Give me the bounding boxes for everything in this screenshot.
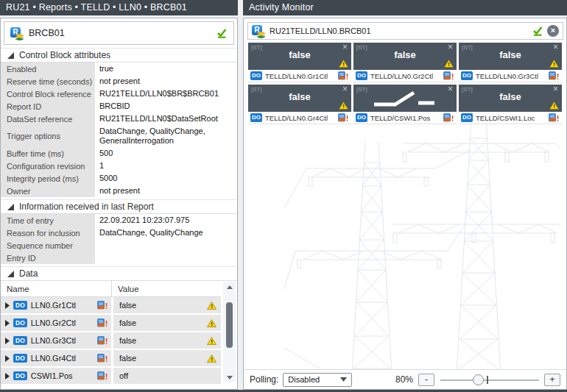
data-table-scrollbar[interactable] bbox=[223, 282, 236, 382]
reported-icon bbox=[97, 354, 108, 363]
layers-icon bbox=[257, 32, 265, 38]
section-last-report: Information received in last Report Time… bbox=[1, 199, 237, 264]
data-table-header: Name Value bbox=[1, 281, 221, 297]
activity-tile[interactable]: [ST] × false DOTELLD/LLN0.Gr1Ctl bbox=[248, 43, 351, 82]
column-header-value[interactable]: Value bbox=[111, 281, 221, 296]
quality-label: [ST] bbox=[462, 86, 473, 93]
table-row[interactable]: DOLLN0.Gr3Ctl false bbox=[1, 332, 221, 349]
attr-row: Time of entry22.09.2021 10:23:07.975 bbox=[1, 214, 237, 227]
reported-icon bbox=[549, 113, 560, 122]
activity-tile[interactable]: [ST] × DOTELLD/CSWI1.Pos bbox=[353, 85, 457, 124]
attr-row: Trigger optionsDataChange, QualityChange… bbox=[1, 125, 237, 147]
breadcrumb: RU21 • Reports • TELLD • LLN0 • BRCB01 bbox=[0, 0, 238, 15]
scroll-up-button[interactable] bbox=[223, 282, 236, 292]
close-tile-icon[interactable]: × bbox=[342, 84, 348, 94]
attr-row: Ownernot present bbox=[1, 185, 237, 197]
expand-arrow-icon[interactable] bbox=[5, 355, 10, 362]
tile-value: false bbox=[248, 43, 351, 68]
attr-row: Sequence number bbox=[1, 239, 237, 252]
polling-label: Polling: bbox=[250, 374, 278, 385]
reported-icon bbox=[338, 71, 349, 80]
quality-label: [ST] bbox=[356, 86, 367, 93]
activity-monitor-panel: Activity Monitor bbox=[243, 0, 567, 392]
attr-row: Control Block referenceRU21TELLD/LLN0$BR… bbox=[1, 88, 237, 100]
close-tile-icon[interactable]: × bbox=[448, 42, 453, 52]
activity-card-header: R RU21TELLD/LLN0.BRCB01 × bbox=[247, 22, 563, 40]
reported-icon bbox=[97, 318, 108, 327]
table-row[interactable]: DOLLN0.Gr4Ctl false bbox=[1, 350, 221, 366]
activity-tile[interactable]: [ST] × false DOTELLD/LLN0.Gr4Ctl bbox=[248, 85, 351, 124]
report-detail-panel: RU21 • Reports • TELLD • LLN0 • BRCB01 R… bbox=[0, 0, 238, 392]
column-header-name[interactable]: Name bbox=[1, 285, 111, 293]
table-row[interactable]: DOLLN0.Gr2Ctl false bbox=[1, 315, 221, 331]
zoom-percentage: 80% bbox=[395, 374, 413, 385]
warning-icon bbox=[549, 101, 559, 110]
tile-value: false bbox=[248, 85, 351, 110]
reported-icon bbox=[97, 301, 108, 310]
close-tile-icon[interactable]: × bbox=[553, 42, 558, 52]
close-tile-icon[interactable]: × bbox=[448, 84, 453, 94]
attr-row: Integrity period (ms)5000 bbox=[1, 172, 237, 185]
activity-tile[interactable]: [ST] × false DOTELLD/LLN0.Gr3Ctl bbox=[459, 43, 562, 82]
chevron-down-icon bbox=[340, 377, 347, 382]
do-badge: DO bbox=[461, 71, 473, 80]
quality-label: [ST] bbox=[356, 44, 367, 51]
close-card-button[interactable]: × bbox=[547, 25, 559, 37]
slider-track[interactable] bbox=[440, 379, 539, 381]
do-badge: DO bbox=[13, 354, 27, 363]
do-badge: DO bbox=[13, 371, 27, 380]
table-row[interactable]: DOCSWI1.Pos off bbox=[1, 368, 221, 384]
tile-reference: TELLD/LLN0.Gr1Ctl bbox=[265, 72, 328, 80]
do-badge: DO bbox=[356, 113, 367, 122]
data-object-value: off bbox=[119, 371, 128, 380]
warning-icon bbox=[339, 60, 348, 68]
layers-icon bbox=[15, 34, 24, 40]
close-tile-icon[interactable]: × bbox=[553, 84, 558, 94]
expander-icon bbox=[7, 271, 14, 277]
warning-icon bbox=[207, 354, 216, 363]
expand-arrow-icon[interactable] bbox=[5, 320, 10, 327]
data-object-value: false bbox=[119, 301, 136, 310]
section-header-data[interactable]: Data bbox=[1, 266, 237, 281]
tile-value: false bbox=[459, 43, 562, 68]
attr-row: DataSet referenceRU21TELLD/LLN0$DataSetR… bbox=[1, 113, 237, 125]
section-header-last-report[interactable]: Information received in last Report bbox=[1, 199, 237, 214]
attr-row: Reason for inclusionDataChange, QualityC… bbox=[1, 227, 237, 239]
report-control-block-icon: R bbox=[252, 25, 264, 37]
do-badge: DO bbox=[13, 318, 27, 327]
warning-icon bbox=[339, 101, 348, 110]
data-object-value: false bbox=[119, 354, 136, 363]
activity-tile[interactable]: [ST] × false DOTELLD/LLN0.Gr2Ctl bbox=[353, 43, 457, 82]
polling-select[interactable]: Disabled bbox=[283, 373, 352, 387]
data-object-name: CSWI1.Pos bbox=[31, 371, 73, 380]
zoom-in-button[interactable]: + bbox=[544, 374, 560, 386]
warning-icon bbox=[549, 60, 559, 68]
scrollbar-thumb[interactable] bbox=[226, 302, 233, 348]
tile-reference: TELLD/CSWI1.Loc bbox=[476, 114, 535, 122]
expand-arrow-icon[interactable] bbox=[5, 338, 10, 344]
quality-label: [ST] bbox=[251, 44, 262, 51]
attr-row: Configuration revision1 bbox=[1, 160, 237, 172]
attr-row: Report IDBRCBID bbox=[1, 100, 237, 113]
activity-tile[interactable]: [ST] × false DOTELLD/CSWI1.Loc bbox=[459, 85, 562, 124]
section-header-control-block[interactable]: Control Block attributes bbox=[1, 48, 237, 63]
expand-arrow-icon[interactable] bbox=[5, 302, 10, 309]
table-row[interactable]: DOLLN0.Gr1Ctl false bbox=[1, 297, 221, 313]
expander-icon bbox=[7, 52, 14, 59]
reported-icon bbox=[549, 71, 560, 80]
close-tile-icon[interactable]: × bbox=[342, 42, 348, 52]
activity-card-title: RU21TELLD/LLN0.BRCB01 bbox=[270, 26, 371, 35]
expand-arrow-icon[interactable] bbox=[5, 373, 10, 379]
zoom-out-button[interactable]: - bbox=[418, 374, 434, 386]
reported-icon bbox=[443, 113, 454, 122]
tile-reference: TELLD/CSWI1.Pos bbox=[370, 114, 430, 122]
data-object-name: LLN0.Gr2Ctl bbox=[31, 318, 76, 327]
polling-selected-value: Disabled bbox=[288, 375, 320, 384]
expander-icon bbox=[7, 204, 14, 210]
do-badge: DO bbox=[250, 113, 262, 122]
scroll-down-button[interactable] bbox=[223, 372, 236, 382]
zoom-slider-thumb[interactable] bbox=[473, 374, 484, 385]
zoom-slider[interactable] bbox=[440, 374, 539, 386]
tile-reference: TELLD/LLN0.Gr2Ctl bbox=[370, 72, 433, 80]
do-badge: DO bbox=[13, 301, 27, 310]
